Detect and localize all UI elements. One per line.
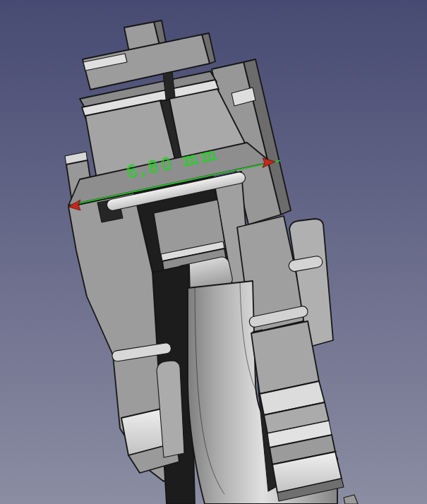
cad-viewport-window: 6,80 mm (0, 0, 427, 504)
viewport-3d[interactable]: 6,80 mm (0, 0, 427, 504)
